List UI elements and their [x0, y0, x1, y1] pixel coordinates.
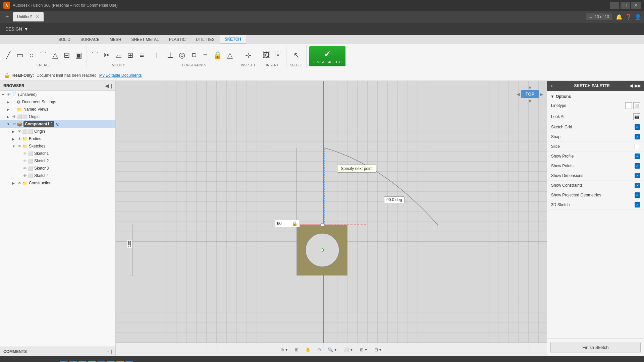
dimension-button[interactable]: △: [224, 50, 235, 60]
3d-sketch-checkbox[interactable]: ✓: [635, 202, 640, 207]
tree-item[interactable]: ▶ 👁 ⬜ Sketch3: [0, 165, 115, 172]
tree-item[interactable]: ▶ 👁 📁 Bodies: [0, 135, 115, 142]
cube-down-arrow[interactable]: ▼: [528, 99, 532, 104]
canvas-area[interactable]: Specify next point 90.0 deg 🔒 100 ▲ ◀ TO…: [116, 81, 547, 356]
minimize-button[interactable]: —: [610, 2, 619, 9]
cube-up-arrow[interactable]: ▲: [528, 84, 532, 89]
origin-snap-button[interactable]: ⊕▼: [278, 346, 290, 354]
select-mode-button[interactable]: ⬜▼: [342, 346, 355, 354]
show-points-checkbox[interactable]: ✓: [635, 163, 640, 169]
palette-expand-icon[interactable]: ▶▶: [635, 83, 641, 88]
options-collapse-icon[interactable]: ▼: [550, 94, 554, 99]
coincident-button[interactable]: ◎: [176, 50, 187, 60]
eye-icon[interactable]: 👁: [11, 122, 17, 126]
slice-checkbox[interactable]: [635, 144, 640, 149]
notification-bell-icon[interactable]: 🔔: [616, 14, 623, 20]
timeline-prev-button[interactable]: ◀: [14, 360, 21, 362]
new-tab-button[interactable]: +: [3, 13, 12, 20]
show-projected-checkbox[interactable]: ✓: [635, 192, 640, 198]
view-cube-top[interactable]: TOP: [521, 90, 539, 98]
look-at-button[interactable]: 📷: [633, 113, 640, 120]
user-avatar-icon[interactable]: 👤: [635, 14, 641, 20]
mirror-button[interactable]: ≡: [137, 50, 147, 60]
tab-sketch[interactable]: SKETCH: [220, 35, 246, 44]
tree-item[interactable]: ▼ 👁 📄 (Unsaved): [0, 91, 115, 98]
eye-icon[interactable]: 👁: [6, 93, 11, 97]
tab-utilities[interactable]: UTILITIES: [191, 35, 219, 44]
timeline-go-end-button[interactable]: ⏭: [44, 360, 53, 362]
select-button[interactable]: ↖: [291, 50, 302, 60]
tree-item[interactable]: ▶ 👁 ⬜ Sketch1: [0, 150, 115, 157]
tree-item[interactable]: ▼ 👁 📦 Component1:1 ⊙: [0, 120, 115, 128]
maximize-button[interactable]: □: [621, 2, 630, 9]
tab-surface[interactable]: SURFACE: [76, 35, 104, 44]
tree-item[interactable]: ▶ 👁 ⬜⬜ Origin: [0, 128, 115, 135]
ellipse-tool-button[interactable]: ▣: [73, 50, 84, 60]
close-tab-icon[interactable]: ✕: [36, 14, 40, 19]
tab-solid[interactable]: SOLID: [54, 35, 75, 44]
timeline-item[interactable]: [125, 361, 133, 362]
eye-icon[interactable]: 👁: [17, 144, 22, 148]
vertical-constraint-button[interactable]: ⊥: [165, 50, 175, 60]
insert-dxf-button[interactable]: ⚬: [273, 51, 283, 60]
eye-icon[interactable]: 👁: [17, 137, 22, 141]
tree-item[interactable]: ▼ 👁 📁 Sketches: [0, 142, 115, 150]
eye-icon[interactable]: 👁: [17, 129, 22, 133]
show-profile-checkbox[interactable]: ✓: [635, 154, 640, 159]
timeline-item[interactable]: [60, 361, 68, 362]
timeline-item[interactable]: [69, 361, 77, 362]
eye-icon[interactable]: 👁: [11, 115, 17, 119]
sketch-canvas[interactable]: [116, 81, 547, 356]
design-menu-button[interactable]: DESIGN ▼: [0, 23, 644, 35]
cube-left-arrow[interactable]: ◀: [517, 92, 520, 97]
palette-pin-icon[interactable]: ◀: [630, 83, 633, 88]
timeline-go-start-button[interactable]: ⏮: [3, 360, 12, 362]
eye-icon[interactable]: 👁: [22, 159, 28, 163]
triangle-tool-button[interactable]: △: [50, 50, 60, 60]
trim-button[interactable]: ✂: [101, 50, 112, 60]
grid-snap-button[interactable]: ⊞: [293, 346, 301, 354]
browser-expand-icon[interactable]: |: [111, 83, 112, 88]
tree-item[interactable]: ▶ 👁 ⬜⬜ Origin: [0, 113, 115, 120]
dimension-lock-icon[interactable]: 🔒: [292, 221, 298, 226]
linetype-solid-button[interactable]: —: [625, 102, 632, 109]
line-tool-button[interactable]: ╱: [3, 50, 13, 60]
horizontal-constraint-button[interactable]: ⊢: [153, 50, 164, 60]
timeline-item[interactable]: [97, 361, 105, 362]
inspect-button[interactable]: ⊹: [243, 50, 254, 60]
tab-mesh[interactable]: MESH: [105, 35, 126, 44]
insert-image-button[interactable]: 🖼: [261, 50, 272, 60]
tree-item[interactable]: ▶ 👁 ⬜ Sketch2: [0, 157, 115, 165]
timeline-next-button[interactable]: ▶|: [33, 360, 42, 362]
timeline-play-button[interactable]: ▶: [23, 360, 31, 362]
tree-item[interactable]: ▶ 👁 ⬜ Sketch4: [0, 172, 115, 179]
tab-sheet-metal[interactable]: SHEET METAL: [126, 35, 163, 44]
finish-sketch-ribbon-button[interactable]: ✔ FINISH SKETCH: [309, 46, 345, 66]
comments-expand-icon[interactable]: |: [111, 349, 112, 354]
pattern-button[interactable]: ⊞: [125, 50, 136, 60]
tree-item[interactable]: ▶ 📁 Named Views: [0, 106, 115, 113]
slot-tool-button[interactable]: ⊟: [61, 50, 72, 60]
eye-icon[interactable]: 👁: [17, 181, 22, 185]
dimension-value-input[interactable]: [277, 221, 290, 226]
timeline-item[interactable]: [78, 361, 87, 362]
show-constraints-checkbox[interactable]: ✓: [635, 183, 640, 188]
tab-plastic[interactable]: PLASTIC: [164, 35, 191, 44]
zoom-button[interactable]: 🔍▼: [326, 346, 339, 354]
my-editable-docs-link[interactable]: My Editable Documents: [99, 73, 142, 78]
arc-tool-button[interactable]: ⌒: [38, 50, 49, 61]
eye-icon[interactable]: 👁: [22, 166, 28, 170]
tree-item[interactable]: ▶ 👁 📁 Construction: [0, 179, 115, 187]
add-comment-icon[interactable]: +: [107, 349, 109, 354]
help-icon[interactable]: ❓: [625, 14, 632, 20]
close-button[interactable]: ✕: [631, 2, 641, 9]
pan-button[interactable]: ✋: [303, 346, 313, 354]
fit-button[interactable]: ⊕: [315, 346, 323, 354]
dimension-input[interactable]: 🔒: [275, 220, 300, 227]
timeline-item[interactable]: [116, 361, 124, 362]
tree-item[interactable]: ▶ ⚙ Document Settings: [0, 98, 115, 106]
eye-icon[interactable]: 👁: [22, 174, 28, 178]
lock-constraint-button[interactable]: 🔒: [212, 50, 223, 60]
timeline-item[interactable]: [88, 361, 96, 362]
finish-sketch-button[interactable]: Finish Sketch: [550, 342, 641, 353]
